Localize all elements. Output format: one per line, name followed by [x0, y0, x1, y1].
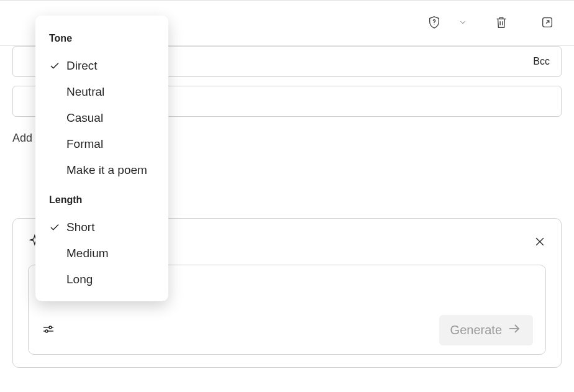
- tone-option-label: Make it a poem: [66, 163, 147, 177]
- check-icon: [49, 112, 60, 124]
- length-option-label: Medium: [66, 247, 109, 260]
- prompt-footer: Generate: [41, 315, 533, 345]
- generate-button-label: Generate: [450, 323, 502, 337]
- tone-option[interactable]: Direct: [35, 53, 168, 79]
- chevron-down-icon: [458, 18, 467, 29]
- generate-button[interactable]: Generate: [439, 315, 533, 345]
- check-icon: [49, 165, 60, 176]
- check-icon: [49, 139, 60, 150]
- check-icon: [49, 274, 60, 285]
- tone-option[interactable]: Neutral: [35, 79, 168, 105]
- dropdown-section-length: Length: [35, 183, 168, 214]
- length-option-label: Long: [66, 273, 93, 286]
- shield-help-icon: [427, 16, 441, 31]
- svg-point-7: [45, 330, 48, 332]
- settings-slider-button[interactable]: [41, 322, 56, 339]
- delete-button[interactable]: [492, 13, 511, 34]
- check-icon: [49, 86, 60, 98]
- arrow-right-icon: [507, 321, 522, 339]
- check-icon: [49, 60, 60, 71]
- bcc-link[interactable]: Bcc: [533, 56, 550, 67]
- tone-option-label: Direct: [66, 59, 98, 73]
- tone-option-label: Formal: [66, 137, 103, 151]
- tone-option-label: Neutral: [66, 85, 104, 99]
- tone-option[interactable]: Casual: [35, 105, 168, 131]
- dropdown-section-tone: Tone: [35, 27, 168, 53]
- tone-length-dropdown: Tone DirectNeutralCasualFormalMake it a …: [35, 16, 168, 301]
- toolbar-right-group: [425, 13, 557, 34]
- close-button[interactable]: [534, 235, 546, 250]
- length-option[interactable]: Medium: [35, 240, 168, 267]
- tone-option[interactable]: Formal: [35, 131, 168, 157]
- tone-option[interactable]: Make it a poem: [35, 157, 168, 183]
- length-option-label: Short: [66, 221, 94, 234]
- popout-button[interactable]: [538, 13, 557, 34]
- length-option[interactable]: Long: [35, 267, 168, 293]
- svg-point-5: [49, 326, 52, 329]
- shield-help-button[interactable]: [425, 13, 444, 34]
- popout-icon: [540, 16, 554, 31]
- length-option[interactable]: Short: [35, 214, 168, 240]
- dropdown-caret-button[interactable]: [456, 16, 470, 31]
- check-icon: [49, 248, 60, 259]
- trash-icon: [494, 16, 508, 31]
- svg-point-0: [434, 24, 434, 24]
- check-icon: [49, 222, 60, 233]
- tone-option-label: Casual: [66, 111, 103, 125]
